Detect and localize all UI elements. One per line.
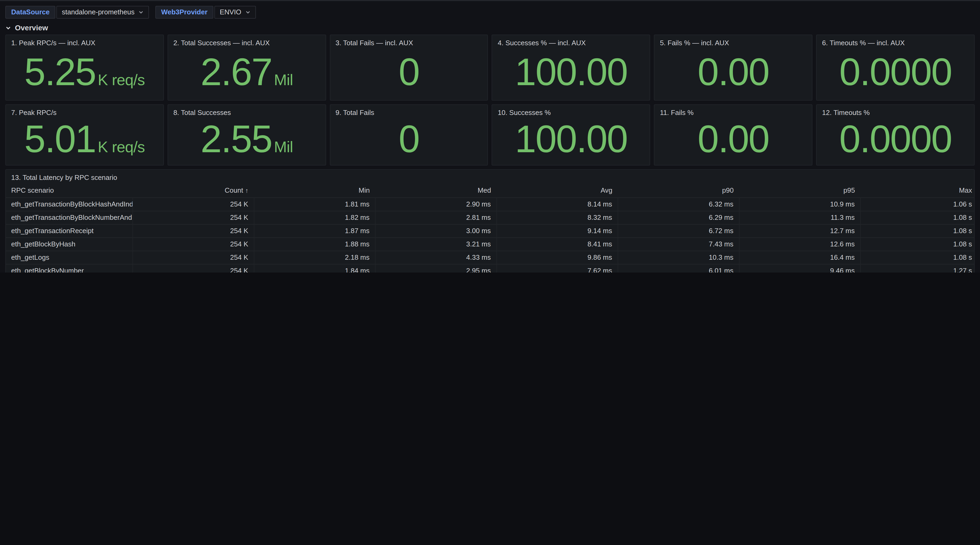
stat-value: 0 xyxy=(399,53,419,91)
column-header[interactable]: Max xyxy=(860,183,975,198)
stat-value-area: 5.01K req/s xyxy=(6,113,163,165)
variable-provider: Web3Provider ENVIO xyxy=(155,6,256,19)
top-divider xyxy=(0,0,980,1)
table-row: eth_getBlockByNumber254 K1.84 ms2.95 ms7… xyxy=(6,264,975,272)
datasource-label: DataSource xyxy=(5,6,56,19)
chevron-down-icon xyxy=(5,25,11,30)
stat-panel: 5. Fails % — incl. AUX0.00 xyxy=(654,35,813,100)
chevron-down-icon xyxy=(245,10,250,15)
table-cell: 11.3 ms xyxy=(739,211,860,224)
stat-unit: K req/s xyxy=(98,71,145,89)
table-row: eth_getTransactionReceipt254 K1.87 ms3.0… xyxy=(6,224,975,237)
table-cell: 9.86 ms xyxy=(496,251,618,264)
panel-title[interactable]: 13. Total Latency by RPC scenario xyxy=(6,170,974,182)
table-cell: 6.01 ms xyxy=(618,264,739,272)
table-cell: 3.21 ms xyxy=(375,237,496,251)
stat-panel: 3. Total Fails — incl. AUX0 xyxy=(329,35,488,100)
stat-value: 100.00 xyxy=(515,53,627,91)
chevron-down-icon xyxy=(138,10,144,15)
table-cell: 1.06 s xyxy=(860,198,975,211)
table-cell: 2.90 ms xyxy=(375,198,496,211)
table-cell: 254 K xyxy=(132,237,254,251)
stat-value-area: 2.67Mil xyxy=(168,43,326,100)
stat-unit: Mil xyxy=(274,139,293,156)
table-cell: 4.33 ms xyxy=(375,251,496,264)
table-cell: 10.3 ms xyxy=(618,251,739,264)
stat-value-area: 5.25K req/s xyxy=(6,43,163,100)
stat-value: 100.00 xyxy=(515,120,627,158)
stat-value-area: 0.00 xyxy=(655,113,812,165)
stat-value-area: 0 xyxy=(330,113,488,165)
column-header[interactable]: Min xyxy=(254,183,375,198)
latency-table: RPC scenarioCount↑MinMedAvgp90p95Max eth… xyxy=(6,183,975,272)
stat-panel: 2. Total Successes — incl. AUX2.67Mil xyxy=(168,35,326,100)
table-cell: 2.18 ms xyxy=(254,251,375,264)
stat-value-area: 0.0000 xyxy=(817,43,974,100)
stat-value: 0.00 xyxy=(697,120,769,158)
stat-value-area: 0 xyxy=(330,43,488,100)
stat-row-plain: 7. Peak RPC/s5.01K req/s8. Total Success… xyxy=(5,104,975,166)
section-title: Overview xyxy=(15,24,48,32)
table-cell: 254 K xyxy=(132,198,254,211)
stat-value: 5.25 xyxy=(24,53,95,91)
table-cell: 7.62 ms xyxy=(496,264,618,272)
column-header[interactable]: p95 xyxy=(739,183,860,198)
stat-row-incl-aux: 1. Peak RPC/s — incl. AUX5.25K req/s2. T… xyxy=(5,35,975,100)
table-cell: eth_getTransactionByBlockNumberAndIndex xyxy=(6,211,132,224)
provider-select[interactable]: ENVIO xyxy=(215,6,256,19)
section-overview[interactable]: Overview xyxy=(5,24,48,32)
provider-label: Web3Provider xyxy=(155,6,213,19)
table-cell: eth_getBlockByHash xyxy=(6,237,132,251)
stat-value: 0.0000 xyxy=(839,120,951,158)
stat-value: 5.01 xyxy=(24,120,95,158)
table-cell: 6.32 ms xyxy=(618,198,739,211)
table-cell: 8.41 ms xyxy=(496,237,618,251)
table-row: eth_getBlockByHash254 K1.88 ms3.21 ms8.4… xyxy=(6,237,975,251)
stat-value: 2.55 xyxy=(200,120,272,158)
stat-value-area: 0.00 xyxy=(655,43,812,100)
datasource-value: standalone-prometheus xyxy=(62,8,135,16)
dashboard-variables-bar: DataSource standalone-prometheus Web3Pro… xyxy=(5,6,256,19)
stat-value: 0.0000 xyxy=(839,53,951,91)
table-cell: 1.27 s xyxy=(860,264,975,272)
table-cell: 6.29 ms xyxy=(618,211,739,224)
stat-unit: Mil xyxy=(274,71,293,89)
table-cell: 8.32 ms xyxy=(496,211,618,224)
table-cell: eth_getTransactionByBlockHashAndIndex xyxy=(6,198,132,211)
table-cell: eth_getTransactionReceipt xyxy=(6,224,132,237)
column-header[interactable]: Count↑ xyxy=(132,183,254,198)
table-cell: 10.9 ms xyxy=(739,198,860,211)
table-cell: 1.84 ms xyxy=(254,264,375,272)
table-row: eth_getTransactionByBlockNumberAndIndex2… xyxy=(6,211,975,224)
datasource-select[interactable]: standalone-prometheus xyxy=(57,6,149,19)
stat-value-area: 100.00 xyxy=(492,113,650,165)
table-cell: eth_getLogs xyxy=(6,251,132,264)
table-cell: 1.08 s xyxy=(860,251,975,264)
stat-value-area: 0.0000 xyxy=(817,113,974,165)
table-row: eth_getLogs254 K2.18 ms4.33 ms9.86 ms10.… xyxy=(6,251,975,264)
table-cell: 2.81 ms xyxy=(375,211,496,224)
stat-value-area: 2.55Mil xyxy=(168,113,326,165)
variable-datasource: DataSource standalone-prometheus xyxy=(5,6,149,19)
stat-panel: 4. Successes % — incl. AUX100.00 xyxy=(492,35,651,100)
table-cell: 12.6 ms xyxy=(739,237,860,251)
stat-panel: 9. Total Fails0 xyxy=(329,104,488,166)
provider-value: ENVIO xyxy=(220,8,241,16)
table-cell: 16.4 ms xyxy=(739,251,860,264)
latency-table-panel: 13. Total Latency by RPC scenario RPC sc… xyxy=(5,169,975,272)
column-header[interactable]: Avg xyxy=(496,183,618,198)
table-cell: 1.08 s xyxy=(860,224,975,237)
column-header[interactable]: p90 xyxy=(618,183,739,198)
column-header[interactable]: RPC scenario xyxy=(6,183,132,198)
stat-panel: 8. Total Successes2.55Mil xyxy=(168,104,326,166)
table-cell: 1.81 ms xyxy=(254,198,375,211)
table-cell: 6.72 ms xyxy=(618,224,739,237)
table-cell: eth_getBlockByNumber xyxy=(6,264,132,272)
table-cell: 12.7 ms xyxy=(739,224,860,237)
table-cell: 1.08 s xyxy=(860,211,975,224)
table-cell: 254 K xyxy=(132,211,254,224)
table-cell: 1.87 ms xyxy=(254,224,375,237)
stat-unit: K req/s xyxy=(98,139,145,156)
table-cell: 1.82 ms xyxy=(254,211,375,224)
column-header[interactable]: Med xyxy=(375,183,496,198)
